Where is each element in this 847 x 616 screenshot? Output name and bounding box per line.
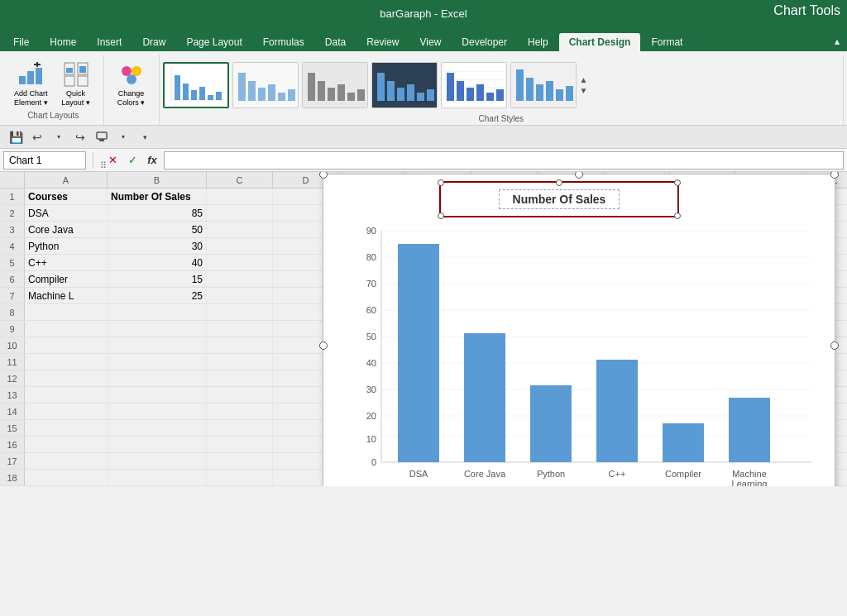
formula-bar: Chart 1 ⠿ ✕ ✓ fx	[0, 149, 847, 172]
col-header-a[interactable]: A	[25, 172, 108, 188]
redo-button[interactable]: ↪	[71, 128, 89, 146]
undo-dropdown[interactable]: ▾	[50, 128, 68, 146]
function-icon[interactable]: fx	[144, 152, 160, 169]
svg-text:30: 30	[366, 384, 376, 394]
tab-review[interactable]: Review	[357, 33, 409, 51]
svg-rect-25	[248, 81, 256, 101]
title-handle-bl[interactable]	[438, 212, 444, 219]
paint-dropdown[interactable]: ▾	[114, 128, 132, 146]
chart-title-selection[interactable]: Number Of Sales	[439, 181, 679, 217]
tab-home[interactable]: Home	[40, 33, 86, 51]
svg-rect-22	[216, 92, 222, 100]
quick-layout-button[interactable]: QuickLayout ▾	[55, 59, 97, 110]
chart-style-6[interactable]	[510, 62, 577, 108]
row-num-13: 13	[0, 387, 25, 403]
confirm-icon[interactable]: ✓	[124, 152, 141, 169]
svg-text:0: 0	[371, 457, 376, 467]
svg-rect-26	[258, 88, 266, 101]
cell-b4[interactable]: 30	[108, 238, 207, 254]
cell-c5[interactable]	[207, 255, 273, 270]
handle-mid-right[interactable]	[830, 341, 839, 350]
add-chart-element-button[interactable]: Add ChartElement ▾	[10, 59, 52, 110]
handle-top-center[interactable]	[575, 172, 583, 179]
cell-c1[interactable]	[207, 189, 273, 204]
cell-c4[interactable]	[207, 238, 273, 254]
svg-rect-18	[183, 84, 189, 100]
row-num-3: 3	[0, 222, 25, 237]
bar-corejava[interactable]	[464, 333, 505, 462]
chart-style-3[interactable]	[302, 62, 368, 108]
change-colors-icon	[118, 61, 145, 88]
cell-b6[interactable]: 15	[108, 271, 207, 287]
tab-chart-design[interactable]: Chart Design	[559, 33, 641, 51]
chart-container[interactable]: Number Of Sales 90 80 70	[323, 174, 835, 486]
cell-c2[interactable]	[207, 205, 273, 221]
chart-styles-scroll[interactable]: ▲ ▼	[580, 75, 588, 95]
tab-file[interactable]: File	[3, 33, 39, 51]
tab-draw[interactable]: Draw	[132, 33, 175, 51]
paint-button[interactable]	[93, 128, 111, 146]
cell-b2[interactable]: 85	[108, 205, 207, 221]
name-box[interactable]: Chart 1	[3, 151, 86, 170]
undo-button[interactable]: ↩	[28, 128, 46, 146]
bar-cpp[interactable]	[596, 360, 638, 462]
ribbon-collapse-btn[interactable]: ▴	[827, 31, 847, 51]
title-handle-tl[interactable]	[438, 179, 444, 186]
cell-a5[interactable]: C++	[25, 255, 108, 270]
chart-title[interactable]: Number Of Sales	[499, 189, 620, 209]
cell-a7[interactable]: Machine L	[25, 288, 108, 303]
cell-a1[interactable]: Courses	[25, 189, 108, 204]
cell-b3[interactable]: 50	[108, 222, 207, 237]
cell-a6[interactable]: Compiler	[25, 271, 108, 287]
tab-formulas[interactable]: Formulas	[253, 33, 314, 51]
svg-text:80: 80	[366, 252, 376, 262]
cancel-icon[interactable]: ✕	[104, 152, 121, 169]
cell-c3[interactable]	[207, 222, 273, 237]
cell-c6[interactable]	[207, 271, 273, 287]
cell-b5[interactable]: 40	[108, 255, 207, 270]
cell-b1[interactable]: Number Of Sales	[108, 189, 207, 204]
tab-developer[interactable]: Developer	[452, 33, 517, 51]
chart-style-5[interactable]	[441, 62, 507, 108]
tab-view[interactable]: View	[410, 33, 452, 51]
cell-a4[interactable]: Python	[25, 238, 108, 254]
tab-data[interactable]: Data	[315, 33, 356, 51]
tab-format[interactable]: Format	[641, 33, 692, 51]
formula-more-btn[interactable]: ⠿	[100, 160, 101, 160]
tab-page-layout[interactable]: Page Layout	[176, 33, 251, 51]
title-handle-tc[interactable]	[556, 179, 562, 186]
chart-style-4[interactable]	[371, 62, 438, 108]
chart-style-2[interactable]	[232, 62, 299, 108]
handle-top-left[interactable]	[319, 172, 328, 179]
svg-rect-42	[417, 93, 424, 101]
quick-layout-icon	[63, 61, 89, 88]
title-handle-tr[interactable]	[674, 179, 681, 186]
more-qat[interactable]: ▾	[136, 128, 154, 146]
bar-machinelearning[interactable]	[729, 398, 770, 462]
row-num-8: 8	[0, 304, 25, 320]
cell-b7[interactable]: 25	[108, 288, 207, 303]
col-header-b[interactable]: B	[108, 172, 207, 188]
bar-compiler[interactable]	[663, 423, 704, 462]
chart-style-1[interactable]	[163, 62, 229, 108]
col-header-c[interactable]: C	[207, 172, 273, 188]
svg-rect-10	[79, 66, 86, 73]
save-button[interactable]: 💾	[7, 128, 25, 146]
quick-access-toolbar: 💾 ↩ ▾ ↪ ▾ ▾	[0, 126, 847, 149]
bar-python[interactable]	[530, 385, 572, 462]
svg-rect-51	[467, 88, 474, 101]
cell-a2[interactable]: DSA	[25, 205, 108, 221]
cell-c7[interactable]	[207, 288, 273, 303]
cell-a3[interactable]: Core Java	[25, 222, 108, 237]
main-area: A B C D E F G H I J K L 1 Courses Number…	[0, 172, 847, 486]
svg-text:10: 10	[366, 434, 376, 444]
change-colors-button[interactable]: ChangeColors ▾	[111, 59, 152, 110]
tab-help[interactable]: Help	[518, 33, 558, 51]
svg-text:70: 70	[366, 279, 376, 289]
title-handle-br[interactable]	[674, 212, 681, 219]
tab-insert[interactable]: Insert	[87, 33, 132, 51]
bar-dsa[interactable]	[398, 244, 439, 462]
title-text: barGaraph - Excel	[380, 7, 467, 20]
formula-input[interactable]	[164, 151, 844, 170]
handle-mid-left[interactable]	[319, 341, 328, 350]
